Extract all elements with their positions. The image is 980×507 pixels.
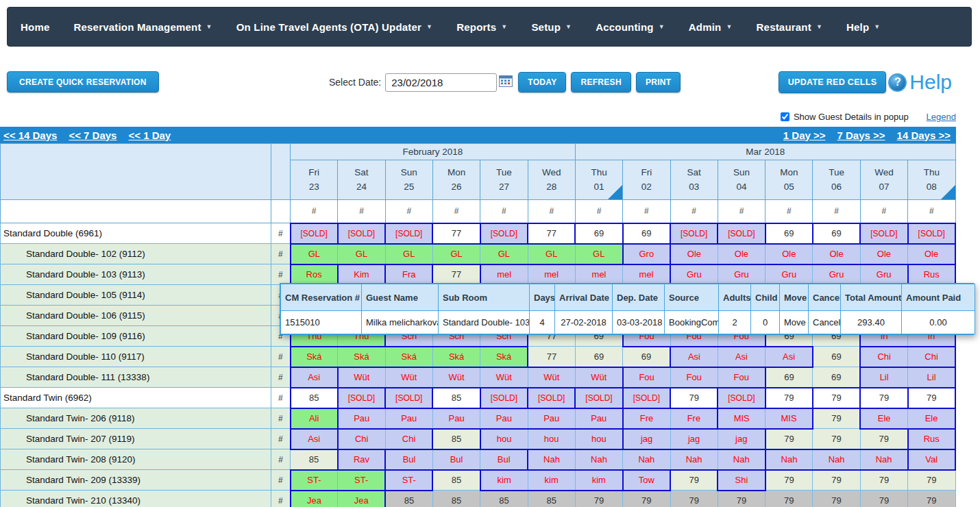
date-input[interactable]	[385, 73, 497, 92]
pager-link-14-days[interactable]: << 14 Days	[3, 129, 57, 141]
checked-in-booking-cell[interactable]: ST-	[291, 470, 338, 491]
rate-cell[interactable]: 69	[813, 367, 860, 388]
checked-in-booking-cell[interactable]: Ská	[291, 347, 338, 367]
nav-item-reservation-management[interactable]: Reservation Management▼	[73, 21, 212, 33]
blocked-rate-cell[interactable]: 85	[432, 491, 480, 507]
booking-cell[interactable]: Wüt	[480, 367, 528, 388]
rate-hash-link[interactable]: #	[908, 200, 955, 223]
show-guest-details-checkbox[interactable]	[781, 112, 789, 121]
booking-cell[interactable]: Fou	[623, 367, 670, 388]
room-hash-link[interactable]: #	[271, 449, 291, 470]
blocked-rate-cell[interactable]: 79	[623, 491, 670, 507]
booking-cell[interactable]: Asi	[291, 429, 338, 449]
rate-hash-link[interactable]: #	[575, 200, 622, 223]
rate-hash-link[interactable]: #	[670, 200, 718, 223]
checked-in-booking-cell[interactable]: ST-	[338, 470, 385, 491]
rate-cell[interactable]: 79	[670, 470, 718, 491]
nav-item-setup[interactable]: Setup▼	[531, 21, 572, 33]
pager-link-7-days[interactable]: << 7 Days	[69, 129, 117, 141]
rate-cell[interactable]: 77	[528, 347, 575, 367]
sold-cell[interactable]: [SOLD]	[860, 223, 907, 244]
rate-cell[interactable]: 79	[860, 470, 907, 491]
rate-cell[interactable]: 85	[291, 388, 338, 408]
rate-hash-link[interactable]: #	[480, 200, 528, 223]
nav-item-admin[interactable]: Admin▼	[689, 21, 733, 33]
sold-cell[interactable]: [SOLD]	[718, 223, 765, 244]
booking-cell[interactable]: Pau	[575, 408, 622, 429]
room-hash-link[interactable]: #	[271, 264, 291, 285]
booking-cell[interactable]: Pau	[528, 408, 575, 429]
sold-cell[interactable]: [SOLD]	[480, 223, 528, 244]
sold-cell[interactable]: [SOLD]	[291, 223, 338, 244]
booking-cell[interactable]: Ole	[908, 244, 955, 264]
checked-in-booking-cell[interactable]: GL	[291, 244, 338, 264]
blocked-rate-cell[interactable]: 79	[908, 491, 955, 507]
refresh-button[interactable]: REFRESH	[571, 72, 630, 92]
booking-cell[interactable]: Pau	[385, 408, 432, 429]
booking-cell[interactable]: hou	[480, 429, 528, 449]
booking-cell[interactable]: Lil	[860, 367, 907, 388]
sold-cell[interactable]: [SOLD]	[480, 388, 528, 408]
blocked-rate-cell[interactable]: 79	[670, 491, 718, 507]
rate-hash-link[interactable]: #	[860, 200, 907, 223]
rate-cell[interactable]: 79	[813, 470, 860, 491]
blocked-rate-cell[interactable]: 85	[528, 491, 575, 507]
booking-cell[interactable]: Ele	[860, 408, 907, 429]
sold-cell[interactable]: [SOLD]	[908, 223, 955, 244]
today-button[interactable]: TODAY	[518, 72, 566, 92]
booking-cell[interactable]: Fre	[623, 408, 670, 429]
booking-cell[interactable]: MIS	[765, 408, 813, 429]
booking-cell[interactable]: Tow	[623, 470, 670, 491]
help-link[interactable]: Help	[909, 71, 952, 94]
booking-cell[interactable]: kim	[575, 470, 622, 491]
booking-cell[interactable]: Nah	[670, 449, 718, 470]
rate-cell[interactable]: 85	[432, 429, 480, 449]
blocked-rate-cell[interactable]: 79	[860, 491, 907, 507]
booking-cell[interactable]: Asi	[291, 367, 338, 388]
room-hash-link[interactable]: #	[271, 388, 291, 408]
rate-cell[interactable]: 69	[813, 223, 860, 244]
booking-cell[interactable]: Gru	[765, 264, 813, 285]
rate-hash-link[interactable]: #	[291, 200, 338, 223]
booking-cell[interactable]: kim	[480, 470, 528, 491]
booking-cell[interactable]: Nah	[623, 449, 670, 470]
blocked-rate-cell[interactable]: 79	[718, 491, 765, 507]
rate-cell[interactable]: 79	[860, 429, 907, 449]
blocked-rate-cell[interactable]: 85	[480, 491, 528, 507]
legend-link[interactable]: Legend	[927, 112, 956, 122]
move-link[interactable]: Move	[780, 311, 809, 334]
rate-cell[interactable]: 79	[813, 429, 860, 449]
checked-in-booking-cell[interactable]: Ská	[432, 347, 480, 367]
booking-cell[interactable]: Lil	[908, 367, 955, 388]
booking-cell[interactable]: Nah	[765, 449, 813, 470]
booking-cell[interactable]: Nah	[575, 449, 622, 470]
rate-cell[interactable]: 69	[813, 347, 860, 367]
rate-hash-link[interactable]: #	[432, 200, 480, 223]
rate-cell[interactable]: 69	[765, 367, 813, 388]
booking-cell[interactable]: jag	[718, 429, 765, 449]
sold-cell[interactable]: [SOLD]	[718, 388, 765, 408]
booking-cell[interactable]: mel	[623, 264, 670, 285]
sold-cell[interactable]: [SOLD]	[670, 223, 718, 244]
blocked-rate-cell[interactable]: 85	[385, 491, 432, 507]
booking-cell[interactable]: Asi	[670, 347, 718, 367]
rate-hash-link[interactable]: #	[385, 200, 432, 223]
booking-cell[interactable]: Ole	[813, 244, 860, 264]
booking-cell[interactable]: Ole	[765, 244, 813, 264]
rate-cell[interactable]: 69	[765, 223, 813, 244]
rate-cell[interactable]: 77	[432, 264, 480, 285]
booking-cell[interactable]: Nah	[718, 449, 765, 470]
rate-hash-link[interactable]: #	[338, 200, 385, 223]
booking-cell[interactable]: Gru	[718, 264, 765, 285]
nav-item-reports[interactable]: Reports▼	[456, 21, 507, 33]
sold-cell[interactable]: [SOLD]	[385, 388, 432, 408]
checked-in-booking-cell[interactable]: Jea	[338, 491, 385, 507]
blocked-rate-cell[interactable]: 79	[575, 491, 622, 507]
pager-link-7-days[interactable]: 7 Days >>	[837, 129, 885, 141]
rate-cell[interactable]: 69	[623, 347, 670, 367]
rate-cell[interactable]: 79	[670, 388, 718, 408]
booking-cell[interactable]: Chi	[338, 429, 385, 449]
booking-cell[interactable]: Pau	[480, 408, 528, 429]
update-red-cells-button[interactable]: UPDATE RED CELLS	[779, 71, 887, 93]
booking-cell[interactable]: kim	[528, 470, 575, 491]
